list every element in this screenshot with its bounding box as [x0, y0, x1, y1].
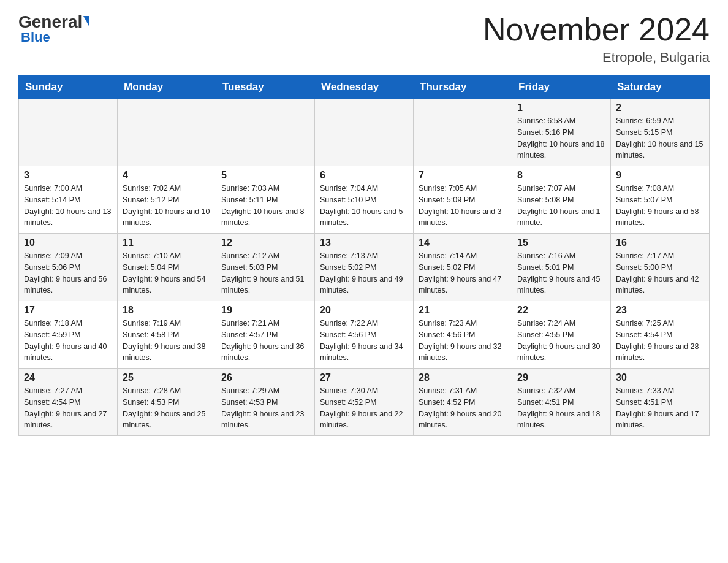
day-number: 24 — [24, 372, 112, 383]
calendar-cell: 30Sunrise: 7:33 AMSunset: 4:51 PMDayligh… — [611, 369, 710, 436]
calendar-cell: 17Sunrise: 7:18 AMSunset: 4:59 PMDayligh… — [19, 301, 118, 369]
calendar-cell: 16Sunrise: 7:17 AMSunset: 5:00 PMDayligh… — [611, 234, 710, 301]
calendar-table: SundayMondayTuesdayWednesdayThursdayFrid… — [18, 75, 710, 436]
day-number: 7 — [419, 170, 507, 181]
day-info: Sunrise: 7:21 AMSunset: 4:57 PMDaylight:… — [221, 318, 309, 364]
day-number: 26 — [221, 372, 309, 383]
day-number: 16 — [616, 237, 704, 248]
calendar-cell: 6Sunrise: 7:04 AMSunset: 5:10 PMDaylight… — [315, 166, 414, 234]
calendar-cell: 1Sunrise: 6:58 AMSunset: 5:16 PMDaylight… — [512, 99, 611, 166]
day-info: Sunrise: 7:08 AMSunset: 5:07 PMDaylight:… — [616, 183, 704, 229]
calendar-week-row: 24Sunrise: 7:27 AMSunset: 4:54 PMDayligh… — [19, 369, 710, 436]
weekday-header: Friday — [512, 76, 611, 99]
day-info: Sunrise: 7:33 AMSunset: 4:51 PMDaylight:… — [616, 385, 704, 431]
day-info: Sunrise: 7:30 AMSunset: 4:52 PMDaylight:… — [320, 385, 408, 431]
day-info: Sunrise: 7:04 AMSunset: 5:10 PMDaylight:… — [320, 183, 408, 229]
day-info: Sunrise: 7:10 AMSunset: 5:04 PMDaylight:… — [123, 250, 211, 296]
day-info: Sunrise: 7:29 AMSunset: 4:53 PMDaylight:… — [221, 385, 309, 431]
calendar-cell — [315, 99, 414, 166]
calendar-cell: 12Sunrise: 7:12 AMSunset: 5:03 PMDayligh… — [216, 234, 315, 301]
day-info: Sunrise: 7:05 AMSunset: 5:09 PMDaylight:… — [419, 183, 507, 229]
calendar-cell: 15Sunrise: 7:16 AMSunset: 5:01 PMDayligh… — [512, 234, 611, 301]
calendar-cell: 5Sunrise: 7:03 AMSunset: 5:11 PMDaylight… — [216, 166, 315, 234]
day-number: 18 — [123, 305, 211, 316]
day-number: 15 — [517, 237, 605, 248]
month-title: November 2024 — [483, 12, 710, 47]
calendar-cell: 22Sunrise: 7:24 AMSunset: 4:55 PMDayligh… — [512, 301, 611, 369]
calendar-cell: 9Sunrise: 7:08 AMSunset: 5:07 PMDaylight… — [611, 166, 710, 234]
calendar-cell: 24Sunrise: 7:27 AMSunset: 4:54 PMDayligh… — [19, 369, 118, 436]
day-info: Sunrise: 6:58 AMSunset: 5:16 PMDaylight:… — [517, 115, 605, 161]
day-info: Sunrise: 7:13 AMSunset: 5:02 PMDaylight:… — [320, 250, 408, 296]
day-number: 28 — [419, 372, 507, 383]
calendar-cell: 14Sunrise: 7:14 AMSunset: 5:02 PMDayligh… — [414, 234, 512, 301]
day-number: 17 — [24, 305, 112, 316]
day-info: Sunrise: 7:02 AMSunset: 5:12 PMDaylight:… — [123, 183, 211, 229]
day-info: Sunrise: 7:17 AMSunset: 5:00 PMDaylight:… — [616, 250, 704, 296]
day-info: Sunrise: 7:19 AMSunset: 4:58 PMDaylight:… — [123, 318, 211, 364]
day-number: 25 — [123, 372, 211, 383]
day-info: Sunrise: 7:00 AMSunset: 5:14 PMDaylight:… — [24, 183, 112, 229]
weekday-header: Monday — [118, 76, 216, 99]
calendar-cell: 4Sunrise: 7:02 AMSunset: 5:12 PMDaylight… — [118, 166, 216, 234]
logo-triangle-icon — [83, 16, 89, 27]
calendar-cell: 28Sunrise: 7:31 AMSunset: 4:52 PMDayligh… — [414, 369, 512, 436]
day-number: 19 — [221, 305, 309, 316]
day-number: 22 — [517, 305, 605, 316]
day-info: Sunrise: 7:22 AMSunset: 4:56 PMDaylight:… — [320, 318, 408, 364]
calendar-header-row: SundayMondayTuesdayWednesdayThursdayFrid… — [19, 76, 710, 99]
day-number: 29 — [517, 372, 605, 383]
day-info: Sunrise: 7:14 AMSunset: 5:02 PMDaylight:… — [419, 250, 507, 296]
day-info: Sunrise: 7:25 AMSunset: 4:54 PMDaylight:… — [616, 318, 704, 364]
day-info: Sunrise: 7:23 AMSunset: 4:56 PMDaylight:… — [419, 318, 507, 364]
day-number: 27 — [320, 372, 408, 383]
day-info: Sunrise: 7:09 AMSunset: 5:06 PMDaylight:… — [24, 250, 112, 296]
calendar-cell: 20Sunrise: 7:22 AMSunset: 4:56 PMDayligh… — [315, 301, 414, 369]
calendar-cell: 3Sunrise: 7:00 AMSunset: 5:14 PMDaylight… — [19, 166, 118, 234]
weekday-header: Wednesday — [315, 76, 414, 99]
day-number: 1 — [517, 102, 605, 113]
day-info: Sunrise: 7:03 AMSunset: 5:11 PMDaylight:… — [221, 183, 309, 229]
title-block: November 2024 Etropole, Bulgaria — [483, 12, 710, 66]
day-info: Sunrise: 6:59 AMSunset: 5:15 PMDaylight:… — [616, 115, 704, 161]
day-info: Sunrise: 7:31 AMSunset: 4:52 PMDaylight:… — [419, 385, 507, 431]
day-info: Sunrise: 7:12 AMSunset: 5:03 PMDaylight:… — [221, 250, 309, 296]
day-info: Sunrise: 7:28 AMSunset: 4:53 PMDaylight:… — [123, 385, 211, 431]
day-number: 10 — [24, 237, 112, 248]
location-text: Etropole, Bulgaria — [483, 50, 710, 66]
calendar-cell: 10Sunrise: 7:09 AMSunset: 5:06 PMDayligh… — [19, 234, 118, 301]
weekday-header: Sunday — [19, 76, 118, 99]
weekday-header: Saturday — [611, 76, 710, 99]
day-info: Sunrise: 7:18 AMSunset: 4:59 PMDaylight:… — [24, 318, 112, 364]
logo: General Blue — [18, 12, 89, 45]
day-number: 11 — [123, 237, 211, 248]
day-number: 23 — [616, 305, 704, 316]
calendar-cell: 19Sunrise: 7:21 AMSunset: 4:57 PMDayligh… — [216, 301, 315, 369]
calendar-week-row: 10Sunrise: 7:09 AMSunset: 5:06 PMDayligh… — [19, 234, 710, 301]
day-info: Sunrise: 7:27 AMSunset: 4:54 PMDaylight:… — [24, 385, 112, 431]
logo-blue-text: Blue — [21, 29, 50, 45]
calendar-cell — [414, 99, 512, 166]
day-number: 8 — [517, 170, 605, 181]
day-number: 14 — [419, 237, 507, 248]
calendar-week-row: 1Sunrise: 6:58 AMSunset: 5:16 PMDaylight… — [19, 99, 710, 166]
calendar-cell: 18Sunrise: 7:19 AMSunset: 4:58 PMDayligh… — [118, 301, 216, 369]
day-info: Sunrise: 7:24 AMSunset: 4:55 PMDaylight:… — [517, 318, 605, 364]
page-header: General Blue November 2024 Etropole, Bul… — [18, 12, 710, 66]
calendar-cell: 29Sunrise: 7:32 AMSunset: 4:51 PMDayligh… — [512, 369, 611, 436]
day-number: 9 — [616, 170, 704, 181]
day-number: 6 — [320, 170, 408, 181]
calendar-cell — [216, 99, 315, 166]
day-number: 30 — [616, 372, 704, 383]
calendar-cell: 7Sunrise: 7:05 AMSunset: 5:09 PMDaylight… — [414, 166, 512, 234]
calendar-cell: 8Sunrise: 7:07 AMSunset: 5:08 PMDaylight… — [512, 166, 611, 234]
day-number: 4 — [123, 170, 211, 181]
calendar-cell: 23Sunrise: 7:25 AMSunset: 4:54 PMDayligh… — [611, 301, 710, 369]
day-number: 21 — [419, 305, 507, 316]
calendar-cell — [19, 99, 118, 166]
day-number: 13 — [320, 237, 408, 248]
weekday-header: Thursday — [414, 76, 512, 99]
calendar-cell — [118, 99, 216, 166]
calendar-cell: 25Sunrise: 7:28 AMSunset: 4:53 PMDayligh… — [118, 369, 216, 436]
calendar-cell: 2Sunrise: 6:59 AMSunset: 5:15 PMDaylight… — [611, 99, 710, 166]
